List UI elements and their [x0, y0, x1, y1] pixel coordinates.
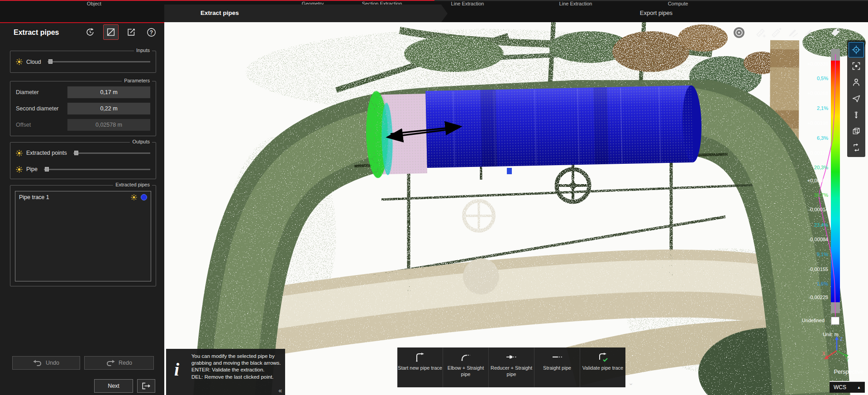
cloud-opacity-slider[interactable]: [48, 61, 150, 62]
snap-target-button[interactable]: [732, 26, 746, 39]
colorbar-tick-label: 20,3%: [814, 165, 828, 170]
hint-line: DEL: Remove the last clicked point.: [191, 374, 282, 381]
export-selection-button[interactable]: [124, 24, 139, 40]
label-tag-icon: [830, 27, 841, 38]
offset-input[interactable]: [67, 119, 150, 131]
scene-marker: [507, 168, 512, 174]
validate-pipe-trace-button[interactable]: Validate pipe trace: [580, 347, 625, 387]
pipe-color-swatch[interactable]: [141, 194, 147, 200]
info-icon: i: [174, 361, 179, 379]
fly-mode-button[interactable]: [849, 91, 864, 106]
validate-pipe-trace-icon: [597, 352, 608, 362]
visibility-sun-icon[interactable]: [16, 166, 23, 173]
tab-extract-pipes[interactable]: Extract pipes: [164, 5, 441, 22]
list-item[interactable]: Pipe trace 1: [15, 191, 151, 203]
inputs-group: Inputs Cloud: [10, 51, 156, 73]
plumb-ruler-icon: [852, 110, 861, 119]
undefined-checkbox[interactable]: [831, 317, 839, 325]
undo-button[interactable]: Undo: [12, 356, 80, 370]
start-new-pipe-trace-button[interactable]: Start new pipe trace: [397, 347, 443, 387]
annotate-button[interactable]: [786, 26, 800, 39]
reducer-pipe-icon: [506, 352, 517, 362]
export-icon: [126, 27, 136, 37]
second-diameter-row: Second diameter: [10, 100, 156, 117]
paper-plane-icon: [852, 94, 861, 103]
colorbar-tick-label: +0,00057: [807, 178, 828, 183]
visibility-sun-icon[interactable]: [16, 58, 23, 65]
next-button[interactable]: Next: [94, 379, 133, 393]
projection-mode-label[interactable]: Perspective: [834, 369, 863, 375]
axis-gizmo[interactable]: Z X Y: [821, 334, 850, 363]
toolbar-more-chevron[interactable]: ⌄: [627, 379, 635, 387]
cloud-opacity-thumb[interactable]: [48, 59, 52, 64]
history-button[interactable]: [82, 24, 98, 40]
colorbar-tick-label: 0,5%: [817, 76, 828, 81]
straight-pipe-button[interactable]: Straight pipe: [534, 347, 580, 387]
pipe-opacity-slider[interactable]: [44, 169, 150, 170]
colorbar-tick-label: +0,00339: [807, 61, 828, 67]
perspective-cube-button[interactable]: [849, 124, 864, 139]
colorbar-tick-label: -0,00225: [809, 295, 828, 300]
extracted-pipes-list[interactable]: Pipe trace 1: [15, 191, 151, 281]
exit-script-button[interactable]: [137, 379, 155, 393]
diameter-label: Diameter: [16, 89, 39, 95]
application-window: Object Geometry Section Extraction Line …: [0, 0, 868, 395]
next-label: Next: [108, 383, 119, 389]
parameters-legend: Parameters: [122, 78, 152, 83]
help-button[interactable]: ?: [143, 24, 159, 40]
plumb-view-button[interactable]: [849, 107, 864, 123]
measure-distance-button[interactable]: [770, 26, 783, 39]
viewport-3d[interactable]: +0,00339 0,5% +0,00268 2,1% +0,00198 6,3…: [164, 22, 868, 395]
colorbar-tick-label: 9,1%: [817, 252, 828, 257]
elbow-straight-pipe-button[interactable]: Elbow + Straight pipe: [443, 347, 489, 387]
offset-label: Offset: [16, 122, 31, 128]
center-view-button[interactable]: [849, 42, 864, 57]
second-diameter-input[interactable]: [67, 103, 150, 114]
diagonal-selection-icon: [106, 27, 116, 37]
walkthrough-button[interactable]: [849, 75, 864, 90]
elbow-pipe-icon: [460, 352, 471, 362]
diameter-row: Diameter: [10, 84, 156, 100]
visibility-sun-icon[interactable]: [16, 150, 23, 157]
extracted-points-label: Extracted points: [26, 150, 67, 156]
annotate-freehand-icon: [803, 27, 815, 38]
offset-row: Offset: [10, 117, 156, 133]
undo-label: Undo: [46, 360, 59, 366]
zoom-target-icon: [852, 62, 861, 71]
extracted-points-opacity-slider[interactable]: [73, 152, 150, 154]
reducer-straight-pipe-button[interactable]: Reducer + Straight pipe: [489, 347, 534, 387]
extracted-pipes-legend: Extracted pipes: [113, 182, 152, 187]
cube-icon: [852, 127, 861, 136]
extracted-points-opacity-thumb[interactable]: [74, 151, 78, 155]
tab-export-pipes[interactable]: Export pipes: [602, 10, 711, 16]
collapse-hints-button[interactable]: «: [278, 387, 282, 394]
visibility-sun-icon[interactable]: [131, 194, 137, 200]
pipe-opacity-thumb[interactable]: [45, 167, 49, 171]
diameter-input[interactable]: [67, 86, 150, 98]
swap-views-button[interactable]: [849, 140, 864, 155]
start-new-pipe-trace-label: Start new pipe trace: [398, 365, 442, 371]
colorbar-tick-label: 1,6%: [817, 281, 828, 286]
annotate-freehand-button[interactable]: [802, 26, 816, 39]
colorbar-tick-label: +0,00268: [807, 90, 828, 96]
colorbar-tick-label: +0,00127: [807, 150, 828, 156]
selection-tool-button[interactable]: [103, 24, 119, 40]
label-button[interactable]: [829, 26, 842, 39]
workflow-step-line-extraction-2[interactable]: Line Extraction: [559, 1, 592, 6]
colorbar-tick-label: 36,7%: [814, 192, 828, 198]
inputs-legend: Inputs: [134, 48, 152, 53]
workflow-step-line-extraction[interactable]: Line Extraction: [451, 1, 484, 6]
workflow-step-compute[interactable]: Compute: [668, 1, 688, 6]
extracted-pipes-group: Extracted pipes Pipe trace 1: [10, 185, 156, 286]
extract-pipes-panel: Extract pipes ?: [0, 22, 164, 395]
zoom-target-button[interactable]: [849, 58, 864, 74]
measure-create-button[interactable]: [754, 26, 768, 39]
redo-button[interactable]: Redo: [84, 356, 154, 370]
history-icon: [85, 27, 95, 37]
panel-title: Extract pipes: [14, 29, 59, 37]
workflow-step-object[interactable]: Object: [87, 1, 101, 6]
coordinate-system-dropdown[interactable]: WCS ▲: [830, 381, 865, 393]
colorbar-tick-label: 2,1%: [817, 105, 828, 111]
center-view-icon: [852, 45, 861, 54]
elbow-straight-pipe-label: Elbow + Straight pipe: [443, 365, 488, 378]
